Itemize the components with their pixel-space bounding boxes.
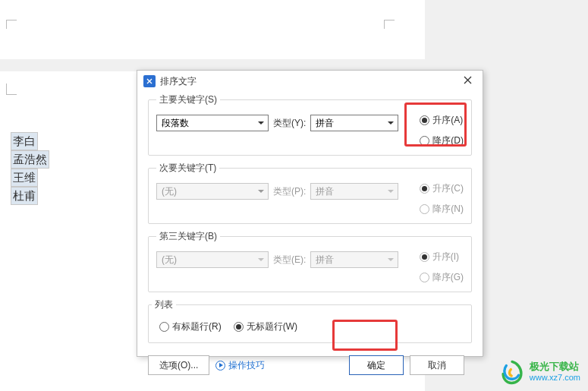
radio-label: 升序(A) <box>432 114 463 127</box>
margin-corner <box>6 20 17 29</box>
selected-text-block[interactable]: 李白 孟浩然 王维 杜甫 <box>11 132 49 205</box>
group-legend: 次要关键字(T) <box>156 162 219 175</box>
radio-label: 降序(D) <box>432 134 464 147</box>
primary-type-dropdown[interactable]: 拼音 <box>310 115 398 131</box>
radio-icon <box>234 322 244 332</box>
chevron-down-icon <box>387 118 395 128</box>
has-header-radio[interactable]: 有标题行(R) <box>159 320 222 333</box>
secondary-type-dropdown: 拼音 <box>310 183 398 200</box>
no-header-radio[interactable]: 无标题行(W) <box>234 320 297 333</box>
radio-icon <box>159 322 169 332</box>
primary-desc-radio[interactable]: 降序(D) <box>420 134 464 147</box>
dropdown-value: 拼音 <box>316 254 387 266</box>
radio-icon <box>420 136 429 146</box>
type-label: 类型(Y): <box>273 117 306 130</box>
watermark-logo-icon <box>499 359 525 385</box>
close-icon <box>464 76 472 84</box>
secondary-sortby-dropdown[interactable]: (无) <box>156 183 269 200</box>
chevron-down-icon <box>387 254 395 265</box>
ok-button[interactable]: 确定 <box>349 355 404 375</box>
group-legend: 主要关键字(S) <box>156 93 220 106</box>
play-icon <box>215 361 225 371</box>
app-logo-icon <box>143 75 156 87</box>
third-asc-radio: 升序(I) <box>420 251 464 263</box>
document-page-top <box>0 0 425 59</box>
list-item: 李白 <box>11 132 38 150</box>
watermark-text-en: www.xz7.com <box>530 372 580 383</box>
chevron-down-icon <box>387 186 395 197</box>
third-sortby-dropdown: (无) <box>156 251 269 268</box>
tips-link[interactable]: 操作技巧 <box>215 359 265 372</box>
link-label: 操作技巧 <box>228 359 265 372</box>
dropdown-value: (无) <box>162 254 257 266</box>
group-legend: 第三关键字(B) <box>156 230 220 243</box>
radio-icon <box>420 252 429 262</box>
dropdown-value: (无) <box>162 185 257 198</box>
list-item: 杜甫 <box>11 187 38 205</box>
dialog-title: 排序文字 <box>160 75 458 88</box>
list-group: 列表 有标题行(R) 无标题行(W) <box>148 298 472 343</box>
radio-label: 升序(C) <box>432 182 464 195</box>
close-button[interactable] <box>458 76 476 87</box>
radio-label: 升序(I) <box>432 251 459 263</box>
third-type-dropdown: 拼音 <box>310 251 398 268</box>
type-label: 类型(P): <box>273 185 306 198</box>
chevron-down-icon <box>257 254 265 265</box>
radio-label: 无标题行(W) <box>247 320 297 333</box>
primary-asc-radio[interactable]: 升序(A) <box>420 114 464 127</box>
watermark-text-cn: 极光下载站 <box>530 361 580 372</box>
button-label: 取消 <box>428 359 446 372</box>
radio-icon <box>420 184 429 194</box>
chevron-down-icon <box>257 186 265 197</box>
radio-icon <box>420 273 429 282</box>
sort-text-dialog: 排序文字 主要关键字(S) 段落数 类型(Y): 拼音 <box>137 70 483 357</box>
radio-label: 降序(G) <box>432 271 464 284</box>
watermark: 极光下载站 www.xz7.com <box>499 359 580 385</box>
radio-label: 有标题行(R) <box>172 320 222 333</box>
dialog-titlebar[interactable]: 排序文字 <box>137 71 483 92</box>
list-item: 孟浩然 <box>11 150 49 169</box>
primary-key-group: 主要关键字(S) 段落数 类型(Y): 拼音 <box>148 93 472 156</box>
button-label: 选项(O)... <box>159 359 198 372</box>
third-desc-radio: 降序(G) <box>420 271 464 284</box>
dropdown-value: 拼音 <box>316 117 387 130</box>
list-item: 王维 <box>11 169 38 187</box>
button-label: 确定 <box>367 359 385 372</box>
secondary-asc-radio: 升序(C) <box>420 182 464 195</box>
radio-label: 降序(N) <box>432 203 464 216</box>
cancel-button[interactable]: 取消 <box>410 355 464 375</box>
third-key-group: 第三关键字(B) (无) 类型(E): 拼音 <box>148 230 472 292</box>
dropdown-value: 拼音 <box>316 185 387 198</box>
margin-corner <box>6 84 17 95</box>
margin-corner <box>384 20 395 29</box>
dropdown-value: 段落数 <box>162 117 257 130</box>
group-legend: 列表 <box>152 298 176 311</box>
chevron-down-icon <box>257 118 265 128</box>
secondary-desc-radio: 降序(N) <box>420 203 464 216</box>
radio-icon <box>420 115 429 125</box>
secondary-key-group: 次要关键字(T) (无) 类型(P): 拼音 <box>148 162 472 224</box>
options-button[interactable]: 选项(O)... <box>148 355 209 375</box>
type-label: 类型(E): <box>273 254 306 266</box>
primary-sortby-dropdown[interactable]: 段落数 <box>156 115 269 131</box>
radio-icon <box>420 204 429 214</box>
